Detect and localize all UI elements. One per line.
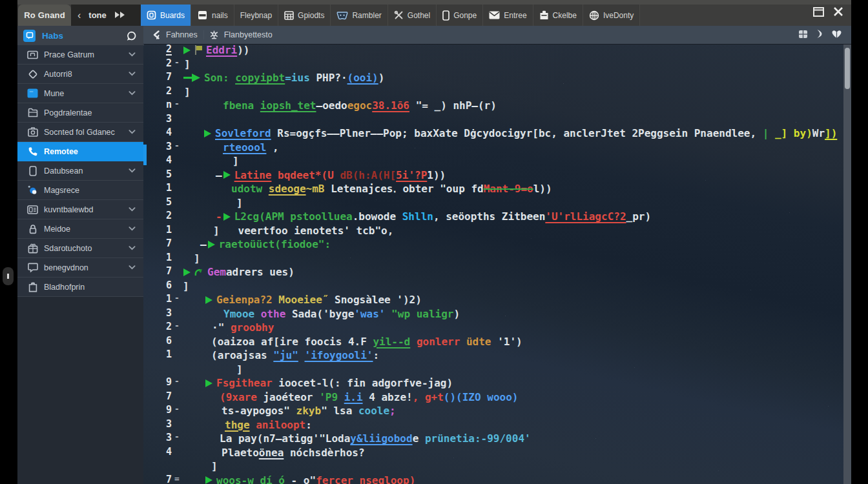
fold-marker[interactable]: -	[174, 376, 180, 386]
sidebar-item-13[interactable]: Bladhofprin	[17, 277, 143, 297]
forward-icon[interactable]	[114, 10, 127, 21]
sidebar-item-label: Mune	[44, 89, 64, 98]
sidebar-item-label: benegvdnon	[44, 263, 88, 272]
titlebar-tab-6[interactable]: Gothel	[388, 5, 437, 26]
dash: -	[216, 210, 222, 223]
sidebar-item-3[interactable]: Mune	[17, 84, 143, 103]
code-line-32: 7=woos-w dí_ó - o"fercer nsegloop)	[143, 474, 851, 484]
line-number: 3	[143, 307, 172, 319]
line-number: 2	[143, 85, 172, 97]
dash: –	[216, 169, 222, 181]
fold-marker[interactable]: =	[174, 474, 180, 483]
scrollbar-track[interactable]	[843, 45, 851, 484]
code-line-11: 1udotw sdeoge~mB Letenajces․ obter "oup …	[143, 182, 851, 196]
line-number: 2	[143, 210, 172, 221]
chevron-down-icon[interactable]	[129, 91, 136, 96]
expand-arrow-icon[interactable]	[205, 296, 212, 304]
fold-marker[interactable]: -	[174, 321, 180, 330]
titlebar-tab-2[interactable]: nails	[191, 5, 234, 26]
chevron-down-icon[interactable]	[129, 265, 136, 270]
sidebar-item-9[interactable]: kuvntbalewbd	[17, 200, 143, 219]
sidebar-item-2[interactable]: Autorri8	[17, 65, 143, 84]
titlebar-tab-9[interactable]: Ckelbe	[533, 5, 583, 26]
sidebar-item-1[interactable]: Prace Gatrum	[17, 45, 143, 65]
code-line-28: 3thge aniloopt:	[143, 418, 851, 432]
chevron-down-icon[interactable]	[129, 227, 136, 231]
card-icon	[27, 205, 38, 214]
butterfly-icon[interactable]	[831, 30, 842, 41]
sidebar-item-4[interactable]: Pogdralentae	[17, 103, 143, 123]
sidebar-item-label: Bladhofprin	[44, 283, 85, 292]
speech-bubble-icon[interactable]	[127, 31, 136, 43]
titlebar-tab-1[interactable]: Buards	[141, 5, 191, 26]
line-content: ]	[184, 85, 191, 99]
titlebar-tab-7[interactable]: Gonpe	[437, 5, 483, 26]
sidebar-item-11[interactable]: Sdarotuchoto	[17, 239, 143, 258]
goggles-icon	[336, 11, 348, 20]
chevron-down-icon[interactable]	[129, 246, 136, 250]
chevron-down-icon[interactable]	[129, 168, 136, 173]
chat-icon	[23, 30, 36, 42]
maximize-button[interactable]	[813, 7, 824, 19]
flag-icon	[194, 45, 203, 55]
code-line-14: 1] veertfoo ienotets' tcb"o,	[143, 224, 851, 238]
fold-marker[interactable]: -	[174, 404, 180, 414]
toolbar-item-2[interactable]: Flanbyettesto	[203, 30, 273, 39]
envelope-icon	[489, 11, 500, 19]
nav-label: tone	[88, 10, 106, 20]
expand-arrow-icon[interactable]	[183, 74, 200, 82]
sidebar-item-8[interactable]: Magsrece	[17, 181, 143, 200]
drawer-handle[interactable]	[3, 267, 14, 285]
expand-arrow-icon[interactable]	[205, 379, 212, 387]
line-content: ]	[236, 196, 243, 210]
expand-arrow-icon[interactable]	[183, 46, 191, 54]
fold-marker[interactable]: -	[174, 141, 180, 150]
titlebar-tab-5[interactable]: Rambler	[331, 5, 388, 26]
moon-icon[interactable]	[816, 29, 823, 41]
chevron-down-icon[interactable]	[129, 130, 136, 134]
sidebar-item-12[interactable]: benegvdnon	[17, 258, 143, 277]
toolbar-right-icons	[798, 26, 842, 45]
line-content: ]	[211, 459, 218, 474]
code-line-17: 7Gemadrers ues)	[143, 265, 851, 279]
code-line-30: 4Plaetoönea nóchsdèrhos?	[143, 446, 851, 460]
clipboard-icon	[539, 10, 549, 20]
scrollbar-thumb[interactable]	[845, 48, 850, 89]
line-number: 1	[143, 252, 172, 263]
expand-arrow-icon[interactable]	[204, 130, 211, 137]
chevron-down-icon[interactable]	[129, 207, 136, 212]
chevron-down-icon[interactable]	[129, 52, 136, 57]
sidebar-item-label: Pogdralentae	[44, 108, 92, 117]
code-line-26: 7(9xare jaoéteor 'P9 i.i 4 abze!, g+t()(…	[143, 390, 851, 405]
titlebar-tab-10[interactable]: IveDonty	[583, 5, 640, 26]
desktop: Ro Gnand ‹ tone BuardsnailsFleybnapGpiod…	[0, 0, 868, 484]
expand-arrow-icon[interactable]	[205, 476, 212, 484]
titlebar-tab-3[interactable]: Fleybnap	[234, 5, 278, 26]
app-title-tab[interactable]: Ro Gnand	[18, 5, 71, 26]
fold-marker[interactable]: -	[174, 99, 180, 108]
sidebar-item-10[interactable]: Meidoe	[17, 219, 143, 239]
fold-marker[interactable]: -	[174, 293, 180, 303]
close-button[interactable]	[833, 6, 843, 19]
fold-marker[interactable]: -	[174, 57, 180, 67]
sidebar-item-6[interactable]: Remotee	[17, 142, 143, 161]
expand-arrow-icon[interactable]	[183, 268, 191, 276]
tab-label: Fleybnap	[240, 11, 272, 20]
sidebar-item-5[interactable]: Socnted fol Gdanec	[17, 123, 143, 142]
toolbar-item-1[interactable]: Fahnnes	[152, 30, 198, 39]
titlebar-tab-4[interactable]: Gpiodts	[278, 5, 331, 26]
expand-arrow-icon[interactable]	[208, 241, 215, 248]
line-content: rteoool ,	[223, 141, 279, 155]
expand-arrow-icon[interactable]	[223, 171, 231, 179]
console-editor[interactable]: 2Eddri))2-]7Son: copyipbt=ius PHP?·(ooi)…	[143, 45, 851, 484]
expand-arrow-icon[interactable]	[223, 213, 231, 221]
panel-icon[interactable]	[798, 30, 808, 41]
titlebar-tab-8[interactable]: Entree	[483, 5, 533, 26]
chevron-down-icon[interactable]	[129, 72, 136, 76]
fold-marker[interactable]: -	[174, 432, 180, 441]
sidebar-item-7[interactable]: Datubsean	[17, 161, 143, 181]
sidebar-item-label: Meidoe	[44, 225, 70, 234]
back-icon[interactable]: ‹	[78, 10, 81, 21]
code-line-16: 1]	[143, 252, 851, 266]
nav-strip: ‹ tone	[71, 5, 141, 26]
